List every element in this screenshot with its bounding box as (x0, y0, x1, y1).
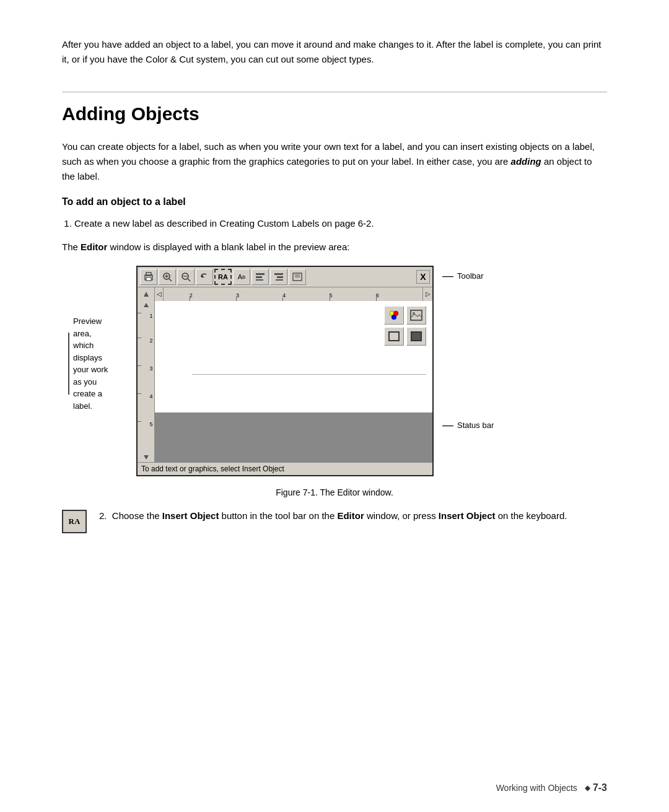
align-right-btn[interactable] (270, 269, 287, 285)
status-bar: To add text or graphics, select Insert O… (138, 462, 432, 475)
floating-row-1 (384, 306, 426, 325)
vruler-bottom-arrow[interactable] (143, 453, 149, 462)
rect-btn[interactable] (384, 327, 404, 346)
editor-window: RA AB X (136, 266, 434, 476)
svg-rect-31 (389, 332, 399, 341)
svg-rect-13 (256, 279, 263, 281)
svg-rect-16 (276, 279, 283, 281)
image-btn[interactable] (406, 306, 426, 325)
intro-paragraph: After you have added an object to a labe… (62, 37, 607, 67)
svg-marker-20 (144, 292, 149, 297)
page-footer: Working with Objects ◆ 7-3 (0, 782, 669, 793)
vertical-ruler: 1 2 3 4 5 (138, 301, 155, 462)
zoom-out-btn[interactable] (177, 269, 195, 285)
properties-btn[interactable] (289, 269, 306, 285)
insert-object-btn[interactable]: RA (214, 269, 232, 285)
svg-marker-21 (144, 303, 149, 307)
undo-btn[interactable] (196, 269, 213, 285)
section-divider (62, 92, 607, 92)
figure-caption: Figure 7-1. The Editor window. (62, 487, 607, 497)
step2-container: RA 2. Choose the Insert Object button in… (62, 509, 607, 533)
canvas-dark-region (155, 413, 432, 462)
svg-marker-22 (144, 455, 149, 460)
section-body: You can create objects for a label, such… (62, 139, 607, 184)
subsection-title: To add an object to a label (62, 196, 607, 207)
svg-rect-2 (146, 277, 151, 281)
section-title: Adding Objects (62, 103, 607, 124)
footer-page-number: 7-3 (593, 782, 607, 793)
toolbar-row: RA AB X (138, 267, 432, 287)
print-btn[interactable] (140, 269, 157, 285)
ruler-left-arrow[interactable]: ◁ (155, 287, 164, 301)
svg-rect-32 (411, 332, 421, 341)
diagram-container: Previewarea,whichdisplaysyour workas you… (62, 266, 607, 476)
insert-object-icon: RA (62, 510, 87, 533)
svg-rect-14 (274, 273, 283, 275)
svg-point-26 (391, 312, 393, 315)
canvas-area (155, 301, 432, 462)
floating-toolbar (384, 306, 426, 346)
ruler-row: ◁ 2 3 4 5 6 (138, 287, 432, 301)
svg-rect-15 (277, 276, 283, 278)
toolbar-label: — Toolbar (442, 269, 494, 282)
footer-text: Working with Objects (496, 783, 577, 793)
step-list: Create a new label as described in Creat… (74, 216, 607, 231)
step2-text: 2. Choose the Insert Object button in th… (99, 509, 567, 523)
editor-intro-text: The Editor window is displayed with a bl… (62, 240, 607, 255)
svg-rect-11 (256, 273, 265, 275)
svg-marker-10 (201, 274, 204, 277)
page-container: After you have added an object to a labe… (0, 0, 669, 812)
svg-line-4 (169, 279, 172, 281)
preview-area-label: Previewarea,whichdisplaysyour workas you… (62, 266, 136, 412)
text-format-btn[interactable]: AB (233, 269, 250, 285)
close-btn[interactable]: X (416, 270, 430, 284)
step-1: Create a new label as described in Creat… (74, 216, 607, 231)
ruler-right-arrow[interactable]: ▷ (422, 287, 432, 301)
center-guide (192, 374, 426, 375)
rect-filled-btn[interactable] (406, 327, 426, 346)
vruler-top-arrow[interactable] (143, 301, 149, 310)
zoom-in-btn[interactable] (159, 269, 176, 285)
svg-rect-12 (256, 276, 262, 278)
footer-diamond: ◆ (585, 784, 590, 792)
diagram-labels-right: — Toolbar — Status bar (434, 266, 494, 432)
floating-row-2 (384, 327, 426, 346)
status-bar-right-label: — Status bar (442, 419, 494, 432)
align-left-btn[interactable] (251, 269, 269, 285)
svg-point-27 (395, 312, 397, 315)
status-bar-text: To add text or graphics, select Insert O… (141, 465, 284, 473)
editor-main: 1 2 3 4 5 (138, 301, 432, 462)
color-btn[interactable] (384, 306, 404, 325)
ruler-numbers: 2 3 4 5 6 (164, 287, 422, 301)
svg-point-28 (393, 316, 395, 318)
ruler-corner (138, 287, 155, 301)
svg-line-8 (188, 279, 190, 281)
